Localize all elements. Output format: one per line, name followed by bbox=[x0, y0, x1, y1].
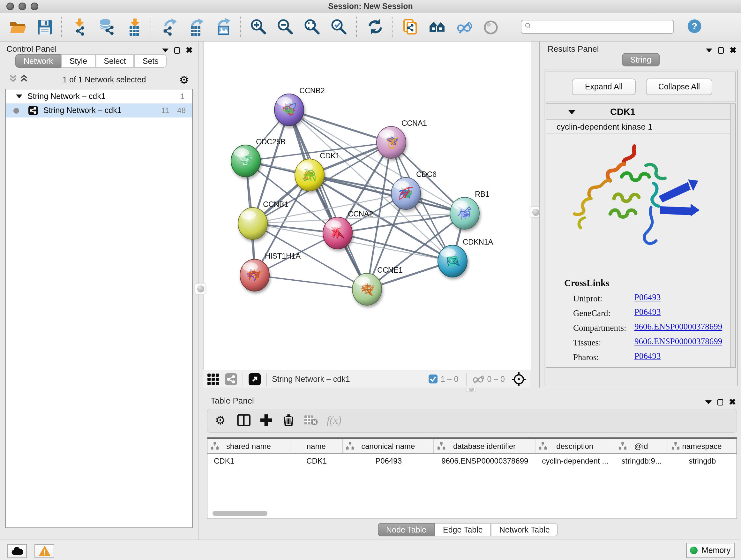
node-CDK1[interactable]: CDK1 bbox=[295, 151, 340, 191]
node-CCNA1[interactable]: CCNA1 bbox=[377, 119, 427, 159]
tab-network[interactable]: Network bbox=[15, 54, 61, 68]
crosslink-value-link[interactable]: P06493 bbox=[634, 293, 661, 303]
column-header-shared-name[interactable]: shared name bbox=[207, 439, 290, 453]
cell-@id[interactable]: stringdb:9... bbox=[615, 454, 668, 468]
edge-CCNB2-CCNA1[interactable] bbox=[289, 110, 391, 142]
table-row[interactable]: CDK1CDK1P064939606.ENSP00000378699cyclin… bbox=[207, 454, 737, 468]
import-network-from-file-button[interactable] bbox=[69, 16, 91, 38]
zoom-out-button[interactable] bbox=[274, 16, 296, 38]
node-HIST1H1A[interactable]: HIST1H1A bbox=[240, 252, 300, 291]
close-panel-icon[interactable]: ✖ bbox=[730, 47, 737, 54]
cell-database-identifier[interactable]: 9606.ENSP00000378699 bbox=[434, 454, 535, 468]
split-columns-button[interactable] bbox=[236, 413, 253, 429]
search-input[interactable] bbox=[521, 20, 674, 34]
column-header-namespace[interactable]: namespace bbox=[668, 439, 737, 453]
cell-description[interactable]: cyclin-dependent ... bbox=[535, 454, 615, 468]
warnings-button[interactable] bbox=[35, 544, 54, 558]
collapse-all-button[interactable]: Collapse All bbox=[646, 78, 712, 95]
node-CCNB1[interactable]: CCNB1 bbox=[238, 200, 288, 240]
zoom-fit-content-button[interactable] bbox=[301, 16, 323, 38]
import-table-from-file-button[interactable] bbox=[123, 16, 144, 38]
node-CDC6[interactable]: CDC6 bbox=[391, 170, 436, 209]
open-session-button[interactable] bbox=[6, 16, 28, 38]
cell-canonical-name[interactable]: P06493 bbox=[343, 454, 434, 468]
left-splitter-handle[interactable] bbox=[195, 284, 205, 294]
function-builder-button[interactable]: f(x) bbox=[326, 413, 342, 429]
tab-sets[interactable]: Sets bbox=[134, 54, 167, 68]
expand-all-networks-icon[interactable] bbox=[20, 74, 28, 85]
collapse-all-networks-icon[interactable] bbox=[9, 74, 17, 85]
cell-namespace[interactable]: stringdb bbox=[668, 454, 737, 468]
edge-CCNA2-CDKN1A[interactable] bbox=[338, 233, 453, 261]
column-header-@id[interactable]: @id bbox=[615, 439, 668, 453]
column-header-canonical-name[interactable]: canonical name bbox=[343, 439, 434, 453]
results-scrollbar[interactable] bbox=[730, 104, 735, 367]
protein-header-row[interactable]: CDK1 bbox=[546, 104, 735, 120]
cloud-status-button[interactable] bbox=[7, 544, 27, 558]
tab-node-table[interactable]: Node Table bbox=[378, 523, 434, 537]
minimize-panel-icon[interactable] bbox=[705, 400, 712, 404]
float-panel-icon[interactable] bbox=[718, 47, 724, 54]
column-header-description[interactable]: description bbox=[535, 439, 615, 453]
float-panel-icon[interactable] bbox=[718, 399, 723, 406]
edge-HIST1H1A-CCNE1[interactable] bbox=[255, 275, 367, 289]
float-panel-icon[interactable] bbox=[174, 47, 180, 54]
import-network-from-database-button[interactable] bbox=[96, 16, 118, 38]
zoom-in-button[interactable] bbox=[248, 16, 269, 38]
edge-CCNB2-CCNE1[interactable] bbox=[289, 110, 367, 289]
minimize-panel-icon[interactable] bbox=[706, 49, 712, 52]
close-panel-icon[interactable]: ✖ bbox=[186, 47, 193, 54]
string-enrichment-button[interactable] bbox=[400, 16, 421, 38]
network-graph[interactable]: CCNB2 CCNA1 CDC25B CDK1 CDC6 RB1 CCNB1 C… bbox=[204, 42, 531, 370]
table-horizontal-scrollbar[interactable] bbox=[212, 511, 267, 516]
collapse-protein-icon[interactable] bbox=[568, 110, 576, 114]
open-in-new-window-icon[interactable] bbox=[248, 373, 261, 385]
delete-column-button[interactable] bbox=[281, 413, 297, 429]
network-edges[interactable] bbox=[246, 110, 465, 289]
save-session-button[interactable] bbox=[33, 16, 55, 38]
string-view-icon[interactable] bbox=[225, 373, 238, 385]
tab-network-table[interactable]: Network Table bbox=[491, 523, 558, 537]
close-panel-icon[interactable]: ✖ bbox=[729, 399, 736, 406]
node-CDKN1A[interactable]: CDKN1A bbox=[438, 238, 493, 277]
crosslink-value-link[interactable]: 9606.ENSP00000378699 bbox=[634, 322, 722, 332]
help-button[interactable]: ? bbox=[684, 16, 706, 38]
cell-shared-name[interactable]: CDK1 bbox=[207, 454, 290, 468]
network-options-gear-icon[interactable]: ⚙ bbox=[179, 74, 189, 85]
node-table[interactable]: shared namename canonical name database … bbox=[207, 437, 737, 519]
add-column-button[interactable] bbox=[259, 413, 275, 429]
delete-table-button[interactable] bbox=[303, 413, 320, 429]
tab-select[interactable]: Select bbox=[95, 54, 134, 68]
collection-expander-icon[interactable] bbox=[16, 95, 22, 98]
show-all-graphics-details-button[interactable] bbox=[480, 16, 502, 38]
node-RB1[interactable]: RB1 bbox=[450, 190, 489, 229]
column-header-database-identifier[interactable]: database identifier bbox=[434, 439, 535, 453]
fit-selected-crosshair-icon[interactable] bbox=[511, 371, 527, 387]
export-network-button[interactable] bbox=[158, 16, 180, 38]
network-canvas[interactable]: CCNB2 CCNA1 CDC25B CDK1 CDC6 RB1 CCNB1 C… bbox=[203, 42, 531, 370]
cell-name[interactable]: CDK1 bbox=[290, 454, 343, 468]
column-header-name[interactable]: name bbox=[290, 439, 343, 453]
birds-eye-view-icon[interactable] bbox=[207, 373, 219, 385]
network-row[interactable]: String Network – cdk1 11 48 bbox=[6, 104, 192, 118]
tab-string[interactable]: String bbox=[622, 53, 659, 66]
crosslink-value-link[interactable]: 9606.ENSP00000378699 bbox=[634, 336, 722, 347]
export-table-button[interactable] bbox=[185, 16, 207, 38]
expand-all-button[interactable]: Expand All bbox=[572, 78, 636, 95]
crosslink-value-link[interactable]: P06493 bbox=[634, 307, 661, 317]
export-image-button[interactable] bbox=[212, 16, 233, 38]
node-CCNB2[interactable]: CCNB2 bbox=[274, 86, 325, 126]
hide-selected-button[interactable] bbox=[453, 16, 475, 38]
memory-button[interactable]: Memory bbox=[686, 543, 735, 558]
network-collection-row[interactable]: String Network – cdk1 1 bbox=[6, 89, 192, 104]
network-nodes[interactable]: CCNB2 CCNA1 CDC25B CDK1 CDC6 RB1 CCNB1 C… bbox=[231, 86, 493, 305]
zoom-selected-button[interactable] bbox=[328, 16, 350, 38]
table-settings-button[interactable]: ⚙ bbox=[214, 413, 230, 429]
tab-style[interactable]: Style bbox=[61, 54, 96, 68]
network-overview-button[interactable] bbox=[426, 16, 448, 38]
crosslink-value-link[interactable]: P06493 bbox=[634, 351, 661, 361]
refresh-view-button[interactable] bbox=[364, 16, 386, 38]
tab-edge-table[interactable]: Edge Table bbox=[434, 523, 491, 537]
minimize-panel-icon[interactable] bbox=[162, 49, 169, 52]
selected-checkbox-icon[interactable] bbox=[428, 374, 438, 384]
